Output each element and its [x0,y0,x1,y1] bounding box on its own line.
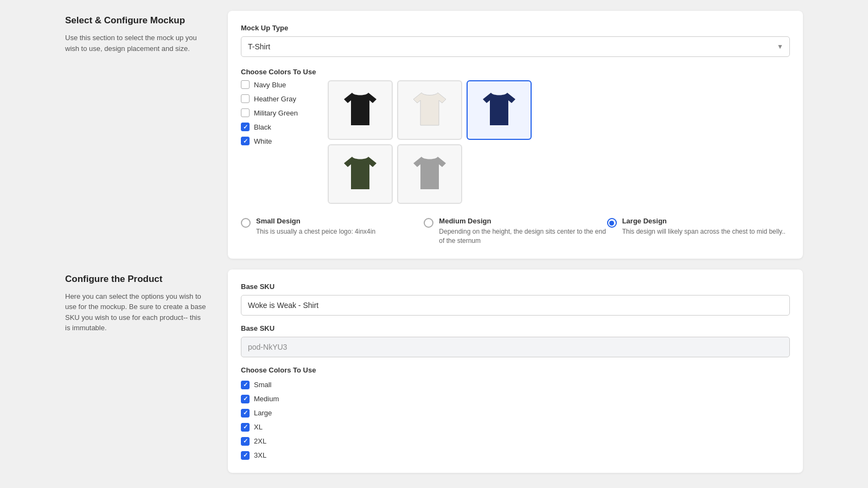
color-heather-gray[interactable]: Heather Gray [241,94,317,103]
color-military-green[interactable]: Military Green [241,108,317,117]
radio-large[interactable] [607,218,617,228]
size-xl-label: XL [254,423,263,431]
design-option-medium-text: Medium Design Depending on the height, t… [439,217,607,246]
checkbox-size-medium [241,395,250,403]
shirt-thumbnails [328,80,532,204]
size-small[interactable]: Small [241,381,790,389]
design-option-large[interactable]: Large Design This design will likely spa… [607,217,790,246]
product-config-card: Base SKU Base SKU Choose Colors To Use S… [228,269,803,473]
checkbox-size-small [241,381,250,389]
checkbox-size-xl [241,423,250,432]
size-checkboxes: Small Medium Large XL [241,381,790,460]
checkbox-black [241,123,250,131]
shirt-thumb-heather-gray[interactable] [397,144,462,204]
shirt-thumb-military-green[interactable] [328,144,393,204]
size-3xl[interactable]: 3XL [241,451,790,460]
checkbox-size-3xl [241,451,250,460]
radio-small[interactable] [241,218,251,228]
shirt-thumb-black[interactable] [328,80,393,140]
design-option-small-text: Small Design This is usually a chest pei… [256,217,375,236]
checkbox-size-large [241,409,250,418]
color-heather-gray-label: Heather Gray [254,95,296,103]
color-black[interactable]: Black [241,123,317,131]
design-option-medium-label: Medium Design [439,217,607,225]
section2-description: Here you can select the options you wish… [65,291,206,333]
mockup-type-select-wrapper: T-Shirt Hoodie Tank Top Long Sleeve ▼ [241,36,790,57]
size-medium-label: Medium [254,395,279,403]
color-military-green-label: Military Green [254,109,298,117]
shirt-thumb-white[interactable] [397,80,462,140]
design-option-small-label: Small Design [256,217,375,225]
design-option-small-desc: This is usually a chest peice logo: 4inx… [256,227,375,236]
color-navy-blue[interactable]: Navy Blue [241,80,317,89]
size-small-label: Small [254,381,272,389]
size-3xl-label: 3XL [254,451,266,459]
checkbox-size-2xl [241,437,250,446]
design-options: Small Design This is usually a chest pei… [241,217,790,246]
checkbox-white [241,137,250,145]
colors-grid: Navy Blue Heather Gray Military Green [241,80,790,204]
design-option-large-text: Large Design This design will likely spa… [622,217,786,236]
checkbox-military-green [241,108,250,117]
section1-description: Use this section to select the mock up y… [65,33,206,54]
size-2xl-label: 2XL [254,437,266,445]
base-sku-readonly-input [241,337,790,357]
color-white-label: White [254,137,272,145]
design-option-large-label: Large Design [622,217,786,225]
base-sku-label2: Base SKU [241,324,790,332]
design-option-medium-desc: Depending on the height, the design sits… [439,227,607,246]
mockup-config-card: Mock Up Type T-Shirt Hoodie Tank Top Lon… [228,11,803,259]
base-sku-label: Base SKU [241,282,790,291]
design-option-medium[interactable]: Medium Design Depending on the height, t… [424,217,607,246]
mockup-type-select[interactable]: T-Shirt Hoodie Tank Top Long Sleeve [241,36,790,57]
radio-medium[interactable] [424,218,433,228]
section1-title: Select & Configure Mockup [65,15,206,26]
color-navy-blue-label: Navy Blue [254,81,286,89]
size-2xl[interactable]: 2XL [241,437,790,446]
design-option-large-desc: This design will likely span across the … [622,227,786,236]
color-white[interactable]: White [241,137,317,145]
color-black-label: Black [254,123,271,131]
sizes-label: Choose Colors To Use [241,366,790,374]
checkbox-navy-blue [241,80,250,89]
design-option-small[interactable]: Small Design This is usually a chest pei… [241,217,424,246]
section2-title: Configure the Product [65,274,206,285]
size-medium[interactable]: Medium [241,395,790,403]
colors-section: Choose Colors To Use Navy Blue Heat [241,68,790,204]
size-large[interactable]: Large [241,409,790,418]
size-large-label: Large [254,409,272,417]
checkbox-heather-gray [241,94,250,103]
shirt-thumb-navy[interactable] [467,80,532,140]
colors-label: Choose Colors To Use [241,68,790,76]
color-checkboxes: Navy Blue Heather Gray Military Green [241,80,317,145]
mockup-type-label: Mock Up Type [241,24,790,32]
size-xl[interactable]: XL [241,423,790,432]
base-sku-input[interactable] [241,295,790,316]
